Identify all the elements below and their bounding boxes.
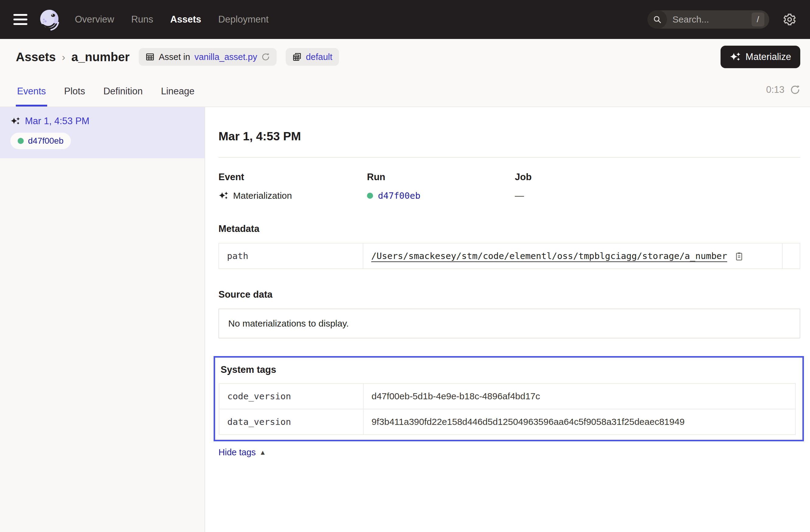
tab-definition[interactable]: Definition: [102, 86, 144, 107]
divider: [218, 157, 800, 158]
event-detail-title: Mar 1, 4:53 PM: [218, 130, 800, 143]
run-id-link[interactable]: d47f00eb: [378, 191, 421, 201]
search-input[interactable]: Search... /: [648, 10, 769, 29]
copy-to-clipboard-icon[interactable]: [734, 252, 744, 261]
search-icon: [648, 10, 667, 29]
nav-item-runs[interactable]: Runs: [131, 14, 153, 25]
asset-definition-pill[interactable]: Asset in vanilla_asset.py: [139, 48, 277, 66]
repository-pill[interactable]: default: [286, 48, 339, 66]
main-nav-links: Overview Runs Assets Deployment: [75, 14, 269, 25]
table-grid-icon: [145, 52, 155, 62]
metadata-key: path: [219, 243, 363, 269]
run-status-dot: [367, 193, 373, 199]
content-area: Mar 1, 4:53 PM d47f00eb Mar 1, 4:53 PM E…: [0, 107, 810, 532]
system-tag-key: code_version: [219, 384, 363, 409]
settings-gear-icon[interactable]: [783, 13, 797, 27]
system-tag-value: 9f3b411a390fd22e158d446d5d12504963596aa6…: [363, 409, 795, 435]
event-list-sidebar: Mar 1, 4:53 PM d47f00eb: [0, 107, 205, 532]
asset-header: Assets › a_number Asset in vanilla_asset…: [0, 39, 810, 75]
event-list-item[interactable]: Mar 1, 4:53 PM d47f00eb: [0, 107, 205, 158]
auto-refresh-countdown: 0:13: [766, 84, 800, 97]
run-column-label: Run: [367, 172, 515, 182]
run-status-dot: [18, 138, 24, 144]
source-data-heading: Source data: [218, 289, 800, 300]
repository-link[interactable]: default: [306, 52, 332, 62]
search-shortcut-key: /: [751, 13, 764, 27]
countdown-value: 0:13: [766, 84, 784, 95]
asset-in-label: Asset in: [159, 52, 190, 62]
materialize-button-label: Materialize: [745, 51, 791, 62]
nav-item-overview[interactable]: Overview: [75, 14, 114, 25]
page-title: a_number: [71, 50, 130, 64]
metadata-heading: Metadata: [218, 223, 800, 235]
event-summary: Event Materialization Run d: [218, 172, 800, 201]
collapse-caret-icon: ▲: [260, 449, 266, 456]
source-data-empty-message: No materializations to display.: [218, 309, 800, 338]
event-detail-panel: Mar 1, 4:53 PM Event Materialization: [205, 107, 810, 532]
metadata-actions-cell: [782, 243, 800, 269]
search-placeholder: Search...: [673, 14, 751, 25]
hide-tags-link[interactable]: Hide tags ▲: [218, 447, 266, 457]
event-timestamp-link[interactable]: Mar 1, 4:53 PM: [25, 116, 90, 127]
table-row: path /Users/smackesey/stm/code/elementl/…: [219, 243, 800, 269]
system-tag-value: d47f00eb-5d1b-4e9e-b18c-4896af4bd17c: [363, 384, 795, 409]
dagster-logo-icon[interactable]: [37, 7, 62, 32]
tab-events[interactable]: Events: [16, 86, 47, 107]
event-column-label: Event: [218, 172, 367, 182]
nav-item-deployment[interactable]: Deployment: [218, 14, 269, 25]
tab-plots[interactable]: Plots: [63, 86, 86, 107]
system-tags-table: code_version d47f00eb-5d1b-4e9e-b18c-489…: [219, 383, 796, 435]
hamburger-menu-icon[interactable]: [13, 14, 27, 25]
system-tags-heading: System tags: [221, 364, 796, 375]
breadcrumb-assets[interactable]: Assets: [16, 50, 56, 64]
job-empty-value: —: [515, 191, 524, 201]
tab-lineage[interactable]: Lineage: [160, 86, 196, 107]
system-tags-highlight-box: System tags code_version d47f00eb-5d1b-4…: [214, 356, 804, 441]
materialization-sparkle-icon: [10, 116, 20, 126]
materialize-button[interactable]: Materialize: [720, 46, 800, 68]
asset-tabs-bar: Events Plots Definition Lineage 0:13: [0, 75, 810, 107]
breadcrumb-chevron-icon: ›: [62, 51, 65, 63]
materialization-sparkle-icon: [218, 191, 228, 200]
refresh-icon[interactable]: [790, 85, 800, 95]
metadata-path-link[interactable]: /Users/smackesey/stm/code/elementl/oss/t…: [371, 251, 727, 261]
table-row: code_version d47f00eb-5d1b-4e9e-b18c-489…: [219, 384, 795, 409]
hide-tags-label: Hide tags: [218, 447, 256, 457]
asset-file-link[interactable]: vanilla_asset.py: [194, 52, 257, 62]
job-column-label: Job: [515, 172, 800, 182]
repository-stack-icon: [292, 52, 302, 62]
reload-definition-icon[interactable]: [261, 53, 270, 61]
metadata-table: path /Users/smackesey/stm/code/elementl/…: [218, 243, 800, 269]
table-row: data_version 9f3b411a390fd22e158d446d5d1…: [219, 409, 795, 435]
sparkle-icon: [730, 51, 741, 62]
event-type-value: Materialization: [233, 191, 292, 201]
run-id-badge[interactable]: d47f00eb: [10, 133, 71, 149]
run-id-label: d47f00eb: [28, 136, 64, 146]
nav-item-assets[interactable]: Assets: [171, 14, 201, 25]
top-nav-bar: Overview Runs Assets Deployment Search..…: [0, 0, 810, 39]
system-tag-key: data_version: [219, 409, 363, 435]
